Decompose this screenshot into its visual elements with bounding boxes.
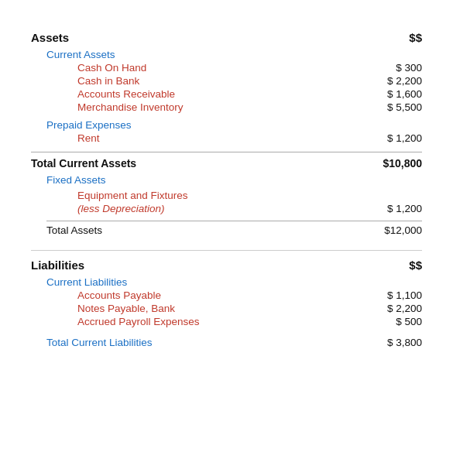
- assets-header: Assets $$: [31, 31, 422, 44]
- list-item: Cash On Hand $ 300: [77, 62, 422, 74]
- prepaid-expenses-label: Prepaid Expenses: [46, 119, 422, 131]
- depreciation-amount: $ 1,200: [368, 203, 422, 214]
- total-current-assets-label: Total Current Assets: [31, 157, 136, 170]
- item-label: Accrued Payroll Expenses: [77, 316, 200, 327]
- list-item: Accrued Payroll Expenses $ 500: [77, 316, 422, 327]
- list-item: (less Depreciation) $ 1,200: [77, 203, 422, 214]
- item-label: Accounts Payable: [77, 289, 161, 301]
- item-amount: $ 5,500: [368, 101, 422, 113]
- total-current-assets-row: Total Current Assets $10,800: [31, 152, 422, 170]
- item-amount: $ 1,100: [368, 289, 422, 301]
- assets-section: Assets $$ Current Assets Cash On Hand $ …: [31, 31, 422, 236]
- list-item: Cash in Bank $ 2,200: [77, 75, 422, 87]
- equipment-label: Equipment and Fixtures: [77, 190, 188, 201]
- item-amount: $ 1,200: [368, 132, 422, 144]
- list-item: Accounts Payable $ 1,100: [77, 289, 422, 301]
- total-current-liabilities-label: Total Current Liabilities: [46, 337, 153, 348]
- list-item: Merchandise Inventory $ 5,500: [77, 101, 422, 113]
- total-current-assets-amount: $10,800: [368, 157, 422, 170]
- item-label: Merchandise Inventory: [77, 101, 184, 113]
- total-assets-amount: $12,000: [368, 224, 422, 236]
- section-divider: [31, 250, 422, 251]
- depreciation-label: (less Depreciation): [77, 203, 165, 214]
- total-current-liabilities-row: Total Current Liabilities $ 3,800: [46, 334, 422, 348]
- item-label: Notes Payable, Bank: [77, 303, 175, 314]
- item-amount: $ 500: [368, 316, 422, 327]
- assets-label: Assets: [31, 31, 69, 44]
- item-label: Cash On Hand: [77, 62, 146, 74]
- list-item: Notes Payable, Bank $ 2,200: [77, 303, 422, 314]
- liabilities-label: Liabilities: [31, 259, 84, 272]
- item-amount: $ 2,200: [368, 75, 422, 87]
- liabilities-section: Liabilities $$ Current Liabilities Accou…: [31, 259, 422, 348]
- item-amount: $ 300: [368, 62, 422, 74]
- liabilities-header: Liabilities $$: [31, 259, 422, 272]
- total-current-liabilities-amount: $ 3,800: [368, 337, 422, 348]
- current-liabilities-label: Current Liabilities: [46, 276, 422, 288]
- list-item: Accounts Receivable $ 1,600: [77, 88, 422, 100]
- assets-symbol: $$: [409, 31, 422, 44]
- item-amount: $ 2,200: [368, 303, 422, 314]
- item-amount: $ 1,600: [368, 88, 422, 100]
- total-assets-row: Total Assets $12,000: [46, 221, 422, 236]
- liabilities-symbol: $$: [409, 259, 422, 272]
- item-label: Accounts Receivable: [77, 88, 175, 100]
- item-label: Rent: [77, 132, 100, 144]
- item-label: Cash in Bank: [77, 75, 139, 87]
- equipment-fixtures-label: Equipment and Fixtures: [77, 189, 422, 201]
- total-assets-label: Total Assets: [46, 224, 102, 236]
- fixed-assets-label: Fixed Assets: [46, 174, 422, 186]
- list-item: Rent $ 1,200: [77, 132, 422, 144]
- current-assets-label: Current Assets: [46, 49, 422, 60]
